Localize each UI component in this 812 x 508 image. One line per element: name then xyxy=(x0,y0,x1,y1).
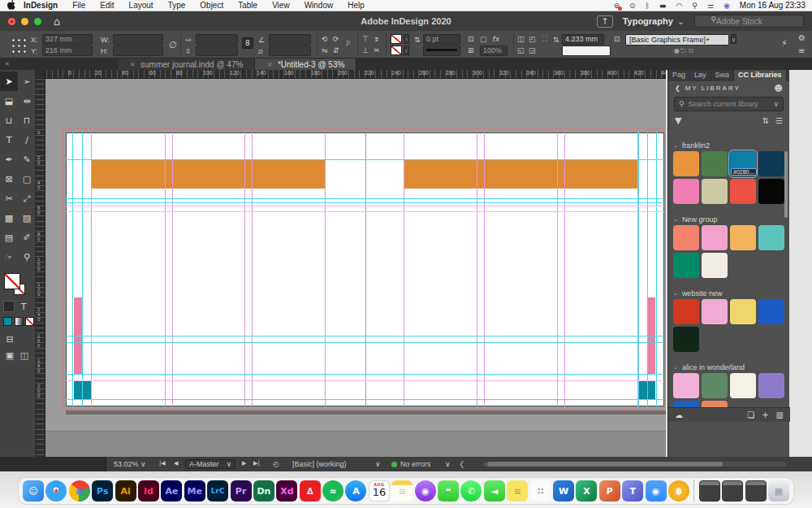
control-panel-menu-icon[interactable]: ≡ xyxy=(798,46,805,55)
quick-apply-icon[interactable]: ⚡ xyxy=(781,38,788,49)
gap-tool[interactable]: ⇹ xyxy=(18,91,36,111)
dock-excel-icon[interactable]: X xyxy=(576,480,597,501)
horizontal-scrollbar-thumb[interactable] xyxy=(487,462,723,467)
zoom-window-button[interactable] xyxy=(34,18,41,25)
sort-icon[interactable]: ⇅ xyxy=(762,116,769,125)
text-wrap-bounding-icon[interactable]: ◰ xyxy=(529,35,536,43)
dock-powerpoint-icon[interactable]: P xyxy=(599,480,620,501)
dock-photoshop-icon[interactable]: Ps xyxy=(92,480,113,501)
window-thumb[interactable] xyxy=(699,480,720,501)
dock-facetime-icon[interactable]: ◄ xyxy=(484,480,505,501)
dock-stickies-icon[interactable]: ≡ xyxy=(507,480,528,501)
close-tab-icon[interactable]: × xyxy=(130,60,136,68)
eyedropper-tool[interactable]: ✐ xyxy=(18,228,36,247)
dock-media-encoder-icon[interactable]: Me xyxy=(184,480,205,501)
sync-cloud-icon[interactable]: ☁ xyxy=(675,410,683,419)
margin-column-guide[interactable] xyxy=(404,132,404,406)
ruler-guide-horizontal[interactable] xyxy=(66,202,664,203)
next-page-button[interactable]: ▶ xyxy=(242,460,246,467)
opacity-field[interactable]: 100% xyxy=(480,46,508,56)
library-color-swatch[interactable] xyxy=(702,299,728,324)
opacity-icon[interactable]: ⊞ xyxy=(468,46,474,54)
document-tab-1[interactable]: ×*Untitled-3 @ 53% xyxy=(255,59,356,70)
library-color-swatch[interactable] xyxy=(758,373,784,398)
free-transform-tool[interactable]: ⤢ xyxy=(18,189,36,208)
dock-reminders-icon[interactable]: ∷ xyxy=(530,480,551,501)
line-tool[interactable]: ∕ xyxy=(18,130,36,150)
group-collapse-icon[interactable]: ⌄ xyxy=(673,142,678,149)
library-search-input[interactable] xyxy=(689,100,770,108)
stroke-weight-field[interactable]: 0 pt xyxy=(423,34,460,45)
dock-trash-icon[interactable]: ▦ xyxy=(768,480,789,501)
library-group-header[interactable]: ⌄New group xyxy=(673,214,785,225)
menu-item-view[interactable]: View xyxy=(272,1,290,10)
margin-guide-horizontal[interactable] xyxy=(66,206,664,206)
dock-bitcoin-icon[interactable]: ฿ xyxy=(668,480,689,501)
view-options-icon[interactable]: ⊟ xyxy=(3,333,16,345)
stroke-color-swatch[interactable] xyxy=(391,34,402,44)
screen-mode-normal-button[interactable]: ▣ xyxy=(3,350,16,361)
menu-item-edit[interactable]: Edit xyxy=(100,1,114,10)
ruler-guide-vertical[interactable] xyxy=(647,132,648,406)
hand-tool[interactable]: ☞ xyxy=(0,247,18,267)
distribute-icon[interactable]: ≍ xyxy=(374,46,380,54)
window-thumb[interactable] xyxy=(722,480,743,501)
text-wrap-jump-icon[interactable]: ◲ xyxy=(529,46,536,54)
bluetooth-icon[interactable]: ᛒ xyxy=(646,2,650,10)
library-search-box[interactable]: ⚲ ∨ xyxy=(674,97,784,111)
workspace-switcher[interactable]: Typography ⌄ xyxy=(623,16,685,27)
margin-guide-horizontal[interactable] xyxy=(66,211,664,212)
margin-column-guide[interactable] xyxy=(557,132,558,406)
frame-fitting-icon[interactable]: ⛶ xyxy=(542,35,547,44)
align-top-icon[interactable]: ⊤ xyxy=(362,35,369,43)
orange-bar-right[interactable] xyxy=(404,160,637,189)
last-page-button[interactable]: ▶| xyxy=(253,460,260,467)
filter-funnel-icon[interactable]: ▼ xyxy=(675,115,681,126)
library-color-swatch[interactable]: #0280… xyxy=(730,151,756,176)
preflight-icon[interactable]: ◴ xyxy=(273,460,279,468)
library-color-swatch[interactable] xyxy=(730,225,756,250)
library-color-swatch[interactable] xyxy=(702,225,728,250)
back-icon[interactable]: ❮ xyxy=(675,85,680,92)
close-window-button[interactable] xyxy=(8,18,15,25)
dock-whatsapp-icon[interactable]: ✆ xyxy=(460,480,482,501)
preflight-profile[interactable]: [Basic] (working) xyxy=(292,460,347,468)
dock-messages-icon[interactable]: ❝ xyxy=(438,480,459,501)
dock-zoom-icon[interactable]: ◉ xyxy=(646,480,667,501)
dock-chrome-icon[interactable]: ◉ xyxy=(69,480,90,501)
spotlight-icon[interactable]: ⚲ xyxy=(692,2,698,10)
ruler-guide-vertical[interactable] xyxy=(82,132,83,406)
vertical-ruler[interactable]: 02 04 06 08 01 0 01 2 01 4 01 6 01 8 02 … xyxy=(36,79,45,457)
dock-podcasts-icon[interactable]: ◉ xyxy=(415,480,436,501)
fill-proxy-swatch[interactable] xyxy=(4,273,20,289)
dock-dimension-icon[interactable]: Dn xyxy=(253,480,274,501)
library-group-header[interactable]: ⌄alice in wonderland xyxy=(673,362,785,373)
library-breadcrumb[interactable]: ❮ MY LIBRARY ☻ xyxy=(668,81,789,94)
horizontal-scrollbar[interactable] xyxy=(483,462,786,467)
page-select[interactable]: A-Master ∨ xyxy=(185,459,235,469)
reference-point-proxy[interactable] xyxy=(10,37,27,53)
direct-selection-tool[interactable]: ➢ xyxy=(18,72,36,91)
library-color-swatch[interactable] xyxy=(702,253,728,278)
formatting-affects-container-button[interactable] xyxy=(3,301,15,312)
margin-column-guide[interactable] xyxy=(252,132,253,406)
stroke-style-select[interactable] xyxy=(423,46,460,56)
menu-item-object[interactable]: Object xyxy=(200,1,223,10)
wifi-icon[interactable]: ◠ xyxy=(676,2,682,10)
library-color-swatch[interactable] xyxy=(758,225,784,250)
minimize-window-button[interactable] xyxy=(21,18,28,25)
gap-value-field[interactable]: 4.233 mm xyxy=(562,34,604,45)
style-override-icons[interactable]: ●⮌ ⊡ xyxy=(674,47,693,54)
close-tab-icon[interactable]: × xyxy=(266,60,273,68)
menu-item-layout[interactable]: Layout xyxy=(129,1,153,10)
pen-tool[interactable]: ✒ xyxy=(0,150,18,169)
group-collapse-icon[interactable]: ⌄ xyxy=(673,290,678,297)
menubar-clock[interactable]: Mon 16 Aug 23:33 xyxy=(740,1,806,10)
zoom-tool[interactable]: ⚲ xyxy=(18,247,36,267)
scale-y-field[interactable] xyxy=(196,46,238,56)
tab-overflow-icon[interactable]: « xyxy=(0,59,15,70)
library-color-swatch[interactable] xyxy=(758,179,784,204)
dock-spotify-icon[interactable]: ≈ xyxy=(322,480,343,501)
dock-safari-icon[interactable]: ✦ xyxy=(45,480,67,501)
preflight-status[interactable]: No errors xyxy=(391,460,431,468)
